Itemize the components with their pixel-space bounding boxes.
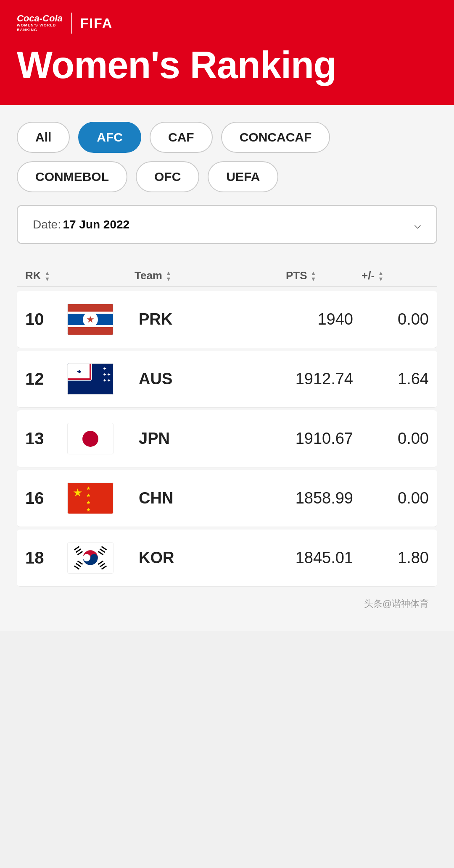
col-header-flag <box>67 269 135 282</box>
team-cell: AUS <box>135 370 286 388</box>
ranking-table: RK ▲▼ Team ▲▼ PTS ▲▼ +/- ▲▼ 10 <box>17 265 437 587</box>
sort-pts-icon[interactable]: ▲▼ <box>311 270 317 282</box>
diff-cell: 0.00 <box>362 310 429 328</box>
fifa-logo: FIFA <box>80 16 113 31</box>
flag-chn: ★ ★ ★ ★ ★ <box>67 483 114 514</box>
sort-rk-icon[interactable]: ▲▼ <box>45 270 50 282</box>
filter-ofc[interactable]: OFC <box>136 161 199 192</box>
pts-cell: 1940 <box>286 310 362 328</box>
table-row: 16 ★ ★ ★ ★ ★ CHN 1858.99 0.00 <box>17 470 437 527</box>
flag-jpn <box>67 423 114 454</box>
table-header: RK ▲▼ Team ▲▼ PTS ▲▼ +/- ▲▼ <box>17 265 437 287</box>
team-cell: KOR <box>135 549 286 567</box>
page-title: Women's Ranking <box>17 46 437 84</box>
coca-cola-logo: Coca-Cola WOMEN'S WORLD RANKING <box>17 14 63 32</box>
diff-cell: 0.00 <box>362 489 429 507</box>
rank-cell: 18 <box>25 548 67 567</box>
sort-team-icon[interactable]: ▲▼ <box>166 270 172 282</box>
table-row: 13 JPN 1910.67 0.00 <box>17 410 437 467</box>
filter-row-2: CONMEBOL OFC UEFA <box>17 161 437 192</box>
header: Coca-Cola WOMEN'S WORLD RANKING FIFA Wom… <box>0 0 454 105</box>
col-header-diff[interactable]: +/- ▲▼ <box>362 269 429 282</box>
diff-cell: 1.80 <box>362 549 429 567</box>
sort-diff-icon[interactable]: ▲▼ <box>378 270 384 282</box>
flag-kor <box>67 542 114 574</box>
chevron-down-icon: ⌵ <box>414 218 421 231</box>
chn-small-stars: ★ ★ ★ ★ <box>86 485 91 513</box>
col-header-rk[interactable]: RK ▲▼ <box>25 269 67 282</box>
rank-cell: 16 <box>25 489 67 508</box>
table-row: 18 <box>17 530 437 587</box>
pts-cell: 1858.99 <box>286 489 362 507</box>
kor-flag-svg <box>68 542 113 574</box>
diff-cell: 0.00 <box>362 430 429 448</box>
flag-cell: ★ ★ ★ ★ ★ <box>67 483 135 514</box>
pts-cell: 1910.67 <box>286 430 362 448</box>
rank-cell: 12 <box>25 370 67 388</box>
logo-area: Coca-Cola WOMEN'S WORLD RANKING FIFA <box>17 13 437 34</box>
pts-cell: 1845.01 <box>286 549 362 567</box>
aus-stars: ✦✦✦✦✦ <box>103 366 111 383</box>
rank-cell: 13 <box>25 429 67 448</box>
flag-cell <box>67 542 135 574</box>
filter-afc[interactable]: AFC <box>78 122 141 153</box>
filter-all[interactable]: All <box>17 122 70 153</box>
flag-cell <box>67 423 135 454</box>
filter-conmebol[interactable]: CONMEBOL <box>17 161 127 192</box>
filter-concacaf[interactable]: CONCACAF <box>221 122 330 153</box>
filter-uefa[interactable]: UEFA <box>208 161 278 192</box>
team-cell: CHN <box>135 489 286 507</box>
content-area: All AFC CAF CONCACAF CONMEBOL OFC UEFA D… <box>0 105 454 631</box>
col-header-pts[interactable]: PTS ▲▼ <box>286 269 362 282</box>
date-selector-content: Date: 17 Jun 2022 <box>33 218 129 231</box>
logo-divider <box>71 13 72 34</box>
table-row: 12 ✦✦✦✦✦ AUS 1912.74 1.64 <box>17 351 437 408</box>
filter-row-1: All AFC CAF CONCACAF <box>17 122 437 153</box>
flag-cell: ★ <box>67 304 135 335</box>
team-cell: JPN <box>135 430 286 448</box>
watermark: 头条@谐神体育 <box>17 589 437 614</box>
filter-caf[interactable]: CAF <box>150 122 213 153</box>
date-selector[interactable]: Date: 17 Jun 2022 ⌵ <box>17 205 437 244</box>
jpn-circle <box>82 431 98 447</box>
rank-cell: 10 <box>25 310 67 329</box>
col-header-team[interactable]: Team ▲▼ <box>135 269 286 282</box>
diff-cell: 1.64 <box>362 370 429 388</box>
flag-cell: ✦✦✦✦✦ <box>67 363 135 395</box>
chn-big-star: ★ <box>73 486 82 499</box>
team-cell: PRK <box>135 310 286 328</box>
flag-prk: ★ <box>67 304 114 335</box>
flag-aus: ✦✦✦✦✦ <box>67 363 114 395</box>
prk-star: ★ <box>83 312 98 327</box>
pts-cell: 1912.74 <box>286 370 362 388</box>
table-row: 10 ★ PRK 1940 0.00 <box>17 291 437 348</box>
